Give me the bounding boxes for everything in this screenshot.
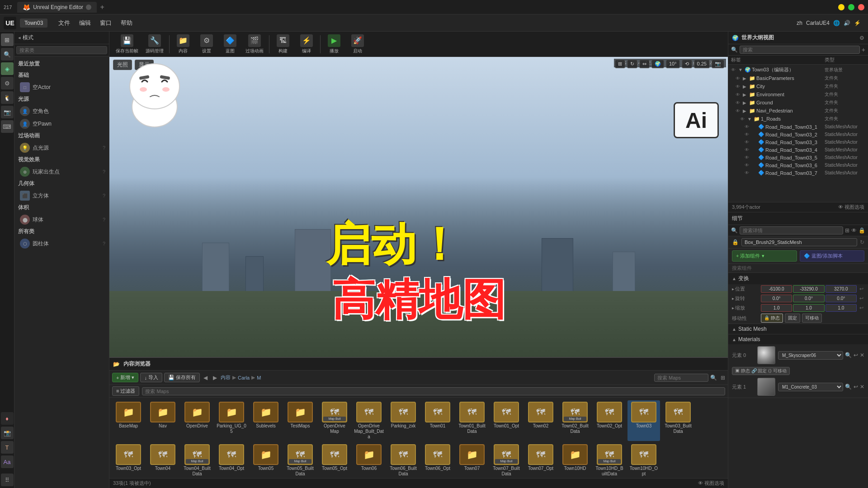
movable-mobility-btn[interactable]: 可移动 [802, 314, 822, 323]
vp-camera-speed[interactable]: 📷 [712, 60, 724, 68]
file-item-town10hd-opt[interactable]: 🗺 Town10HD_Opt [627, 443, 660, 478]
material-1-select[interactable]: M1_Concrete_03 [778, 383, 843, 391]
cat-recently-placed[interactable]: 最近放置 [14, 58, 109, 70]
file-item-town01-builtdata[interactable]: 🗺 Town01_BuiltData [456, 400, 488, 441]
rotation-x[interactable]: 0.0° [761, 295, 792, 302]
content-btn[interactable]: 📁 内容 [172, 33, 194, 55]
actor-point-light[interactable]: 💡 点光源 ? [14, 141, 109, 154]
file-item-town02-builtdata[interactable]: 🗺 Map Buil Town02_BuiltData [559, 400, 591, 441]
actor-empty-actor[interactable]: □ 空Actor [14, 81, 109, 94]
file-item-town04[interactable]: 🗺 Town04 [146, 443, 179, 478]
filter-search-input[interactable] [142, 387, 725, 395]
wo-eye-road5[interactable]: 👁 [745, 155, 749, 160]
scale-x[interactable]: 1.0 [761, 304, 792, 312]
rotation-y[interactable]: 0.0° [793, 295, 824, 302]
file-item-town05-builtdata[interactable]: 🗺 Map Buil Town05_BuiltData [284, 443, 316, 478]
new-btn[interactable]: + 新增 ▾ [112, 373, 138, 382]
spawn-point-help[interactable]: ? [103, 169, 105, 174]
filter-toggle-btn[interactable]: ≡ 过滤器 [112, 386, 139, 396]
wo-eye-road4[interactable]: 👁 [745, 147, 749, 152]
wo-item-road2[interactable]: 👁 🔷 Road_Road_Town03_2 StaticMeshActor [728, 131, 868, 138]
wo-eye-ground[interactable]: 👁 [736, 100, 740, 105]
wo-eye-road3[interactable]: 👁 [745, 140, 749, 145]
transform-header[interactable]: ▲ 变换 [728, 273, 868, 284]
material-status-btn[interactable]: ▣ 静态 🔗 固定 ⟨⟩ 可移动 [732, 367, 790, 375]
cb-nav-forward[interactable]: ▶ [213, 375, 217, 381]
icon-video[interactable]: 📷 [1, 106, 14, 118]
cat-visual-effects[interactable]: 视觉效果 [14, 154, 109, 165]
save-btn[interactable]: 💾 保存当前帧 [113, 33, 141, 55]
details-grid-btn[interactable]: ⊞ [845, 227, 849, 234]
file-item-town06-builtdata[interactable]: 🗺 Town06_BuiltData [387, 443, 420, 478]
icon-font[interactable]: Aa [1, 455, 14, 468]
cat-basic[interactable]: 基础 [14, 70, 109, 81]
vp-angle[interactable]: 10° [666, 60, 680, 68]
file-item-town05[interactable]: 📁 Town05 [250, 443, 282, 478]
wo-eye-basic-params[interactable]: 👁 [736, 76, 740, 81]
menu-file[interactable]: 文件 [55, 18, 74, 28]
material-0-remove[interactable]: ✕ [860, 352, 864, 358]
file-item-opendrive[interactable]: 📁 OpenDrive [181, 400, 213, 441]
icon-terminal[interactable]: ⌨ [1, 120, 14, 133]
wo-eye-road2[interactable]: 👁 [745, 132, 749, 137]
vp-world-space[interactable]: 🌍 [651, 60, 664, 68]
wo-eye-environment[interactable]: 👁 [736, 92, 740, 97]
source-control-btn[interactable]: 🔧 源码管理 [143, 33, 166, 55]
app-tab[interactable]: 🦊 Unreal Engine Editor [17, 2, 97, 13]
wo-eye-road7[interactable]: 👁 [745, 170, 749, 175]
cat-geometry[interactable]: 几何体 [14, 178, 109, 189]
icon-ue4[interactable]: ♦ [1, 412, 14, 425]
wo-view-options-btn[interactable]: 👁 视图选项 [838, 204, 864, 211]
launch-btn[interactable]: 🚀 启动 [347, 33, 368, 55]
wo-item-road5[interactable]: 👁 🔷 Road_Road_Town03_5 StaticMeshActor [728, 154, 868, 161]
file-item-town04-opt[interactable]: 🗺 Town04_Opt [215, 443, 248, 478]
actor-sphere[interactable]: ⬤ 球体 ? [14, 213, 109, 226]
wo-eye-road1[interactable]: 👁 [745, 124, 749, 129]
icon-cam[interactable]: 📸 [1, 427, 14, 439]
cb-grid-view-btn[interactable]: ⊞ [721, 375, 725, 381]
file-item-town03-builtdata[interactable]: 🗺 Town03_BuiltData [662, 400, 694, 441]
file-item-parking-ug05[interactable]: 📁 Parking_UG_05 [215, 400, 248, 441]
vp-scale-snap[interactable]: 0.25 [694, 60, 710, 68]
actor-empty-pawn[interactable]: 👤 空角色 [14, 105, 109, 117]
details-search-input[interactable] [740, 226, 843, 235]
cb-search-input[interactable] [654, 374, 708, 382]
vp-snap-toggle[interactable]: ⊞ [615, 60, 625, 68]
file-item-town02[interactable]: 🗺 Town02 [524, 400, 557, 441]
scale-z[interactable]: 1.0 [826, 304, 857, 312]
wo-settings-btn[interactable]: ⚙ [859, 35, 864, 41]
viewport[interactable]: 光照 显示 ⊞ ↻ ⇔ 🌍 10° ⟲ [109, 57, 728, 357]
icon-text[interactable]: T [1, 441, 14, 454]
static-mobility-btn[interactable]: 🔒 静态 [761, 314, 783, 323]
file-item-town03-opt[interactable]: 🗺 Town03_Opt [112, 443, 145, 478]
file-item-town01[interactable]: 🗺 Town01 [421, 400, 454, 441]
rotation-z[interactable]: 0.0° [826, 295, 857, 302]
actor-cube[interactable]: ⬛ 立方体 ? [14, 189, 109, 202]
cube-help[interactable]: ? [103, 193, 105, 198]
menu-help[interactable]: 帮助 [117, 18, 136, 28]
project-tab[interactable]: Town03 [20, 19, 47, 28]
blueprint-btn[interactable]: 🔷 蓝图/添加脚本 [800, 250, 865, 262]
file-item-town04-builtdata[interactable]: 🗺 Map Buil Town04_BuiltData [181, 443, 213, 478]
add-component-btn[interactable]: + 添加组件 ▾ [732, 250, 797, 262]
actor-spawn-point[interactable]: ⊕ 玩家出生点 ? [14, 165, 109, 178]
wo-item-navi-pedestrian[interactable]: 👁 ▶ 📁 Navi_Pedestrian 文件夹 [728, 107, 868, 115]
position-z[interactable]: 3270.0 [826, 285, 857, 293]
details-eye-btn[interactable]: 👁 [851, 227, 857, 234]
file-item-town07-opt[interactable]: 🗺 Town07_Opt [524, 443, 557, 478]
static-mesh-header[interactable]: ▲ Static Mesh [728, 324, 868, 334]
breadcrumb-m[interactable]: M [257, 375, 261, 380]
sphere-help[interactable]: ? [103, 217, 105, 222]
file-item-town05-opt[interactable]: 🗺 Town05_Opt [318, 443, 351, 478]
menu-edit[interactable]: 编辑 [75, 18, 94, 28]
wo-eye-city[interactable]: 👁 [736, 84, 740, 89]
wo-eye-road6[interactable]: 👁 [745, 163, 749, 168]
materials-header[interactable]: ▲ Materials [728, 334, 868, 344]
position-x[interactable]: -6100.0 [761, 285, 792, 293]
cat-lights[interactable]: 光源 [14, 94, 109, 105]
file-item-testmaps[interactable]: 📁 TestMaps [284, 400, 316, 441]
wo-item-1-roads[interactable]: 👁 ▼ 📁 1_Roads 文件夹 [728, 115, 868, 123]
cylinder-help[interactable]: ? [103, 241, 105, 246]
actor-cylinder[interactable]: ⬡ 圆柱体 ? [14, 237, 109, 250]
cinematics-btn[interactable]: 🎬 过场动画 [243, 33, 266, 55]
